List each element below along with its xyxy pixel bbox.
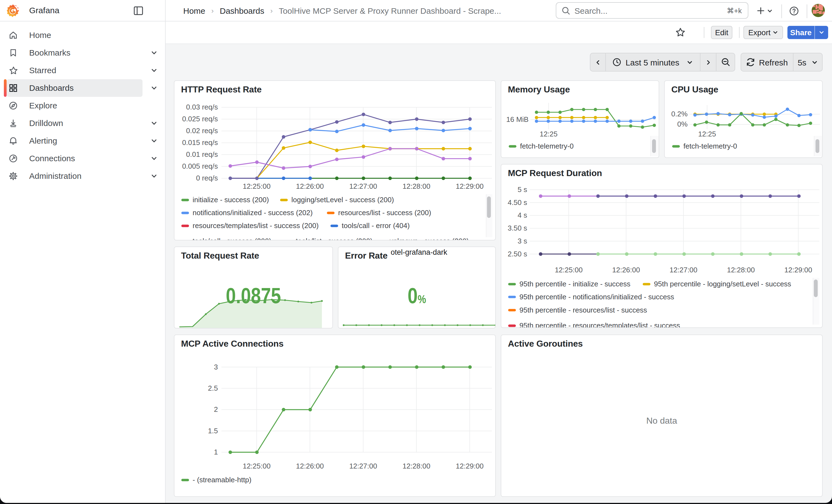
svg-text:0.2%: 0.2% bbox=[671, 110, 687, 118]
svg-text:12:26:00: 12:26:00 bbox=[612, 266, 640, 274]
svg-text:initialize - success (200): initialize - success (200) bbox=[192, 195, 269, 204]
svg-text:12:27:00: 12:27:00 bbox=[349, 182, 377, 190]
svg-text:5 s: 5 s bbox=[518, 185, 527, 194]
svg-text:resources/templates/list - suc: resources/templates/list - success (200) bbox=[192, 221, 319, 230]
svg-text:fetch-telemetry-0: fetch-telemetry-0 bbox=[683, 142, 737, 150]
svg-text:0.01 req/s: 0.01 req/s bbox=[186, 150, 218, 158]
svg-text:tools/call - success (200): tools/call - success (200) bbox=[192, 237, 271, 240]
svg-text:12:25: 12:25 bbox=[698, 130, 716, 138]
svg-text:12:28:00: 12:28:00 bbox=[402, 182, 430, 190]
svg-text:95th percentile - resources/li: 95th percentile - resources/list - succe… bbox=[519, 306, 647, 314]
svg-text:2.5: 2.5 bbox=[208, 384, 218, 392]
svg-text:12:28:00: 12:28:00 bbox=[402, 462, 430, 470]
svg-text:0.005 req/s: 0.005 req/s bbox=[182, 162, 218, 170]
svg-text:tools/list - success (200): tools/list - success (200) bbox=[296, 237, 372, 240]
svg-text:12:28:00: 12:28:00 bbox=[727, 266, 755, 274]
svg-text:95th percentile - resources/te: 95th percentile - resources/templates/li… bbox=[519, 321, 680, 327]
svg-text:1: 1 bbox=[214, 448, 218, 456]
svg-text:12:25: 12:25 bbox=[540, 130, 557, 138]
svg-text:3.50 s: 3.50 s bbox=[508, 224, 527, 232]
svg-text:12:26:00: 12:26:00 bbox=[296, 462, 324, 470]
svg-text:12:26:00: 12:26:00 bbox=[296, 182, 324, 190]
svg-text:3: 3 bbox=[214, 363, 218, 371]
svg-text:tools/call - error (404): tools/call - error (404) bbox=[342, 221, 410, 230]
svg-text:12:27:00: 12:27:00 bbox=[349, 462, 377, 470]
svg-text:2: 2 bbox=[214, 405, 218, 414]
svg-text:12:27:00: 12:27:00 bbox=[670, 266, 698, 274]
svg-text:12:29:00: 12:29:00 bbox=[456, 462, 484, 470]
svg-text:0.03 req/s: 0.03 req/s bbox=[186, 103, 218, 111]
svg-text:12:29:00: 12:29:00 bbox=[456, 182, 484, 190]
svg-text:4.50 s: 4.50 s bbox=[508, 198, 527, 207]
svg-text:notifications/initialized - su: notifications/initialized - success (202… bbox=[192, 209, 313, 217]
svg-text:12:25:00: 12:25:00 bbox=[555, 266, 582, 274]
svg-text:0.015 req/s: 0.015 req/s bbox=[182, 138, 218, 147]
svg-text:resources/list - success (200): resources/list - success (200) bbox=[338, 209, 431, 217]
svg-text:12:25:00: 12:25:00 bbox=[243, 462, 270, 470]
svg-text:logging/setLevel - success (20: logging/setLevel - success (200) bbox=[291, 195, 394, 204]
svg-text:12:25:00: 12:25:00 bbox=[243, 182, 270, 190]
svg-text:fetch-telemetry-0: fetch-telemetry-0 bbox=[520, 142, 574, 150]
svg-text:unknown - success (200): unknown - success (200) bbox=[389, 237, 469, 240]
svg-text:4 s: 4 s bbox=[518, 211, 527, 219]
svg-text:3 s: 3 s bbox=[518, 237, 527, 245]
svg-text:95th percentile - initialize -: 95th percentile - initialize - success bbox=[519, 280, 630, 288]
svg-text:- (streamable-http): - (streamable-http) bbox=[192, 476, 252, 484]
svg-text:0%: 0% bbox=[677, 120, 687, 128]
svg-text:1.5: 1.5 bbox=[208, 427, 218, 435]
svg-text:12:29:00: 12:29:00 bbox=[784, 266, 812, 274]
svg-text:0.025 req/s: 0.025 req/s bbox=[182, 115, 218, 123]
svg-text:2.50 s: 2.50 s bbox=[508, 250, 527, 258]
svg-text:16 MiB: 16 MiB bbox=[506, 115, 528, 124]
svg-text:95th percentile - logging/setL: 95th percentile - logging/setLevel - suc… bbox=[654, 280, 791, 288]
svg-text:0 req/s: 0 req/s bbox=[196, 174, 218, 182]
svg-text:95th percentile - notification: 95th percentile - notifications/initiali… bbox=[519, 293, 674, 301]
svg-text:0.02 req/s: 0.02 req/s bbox=[186, 127, 218, 135]
